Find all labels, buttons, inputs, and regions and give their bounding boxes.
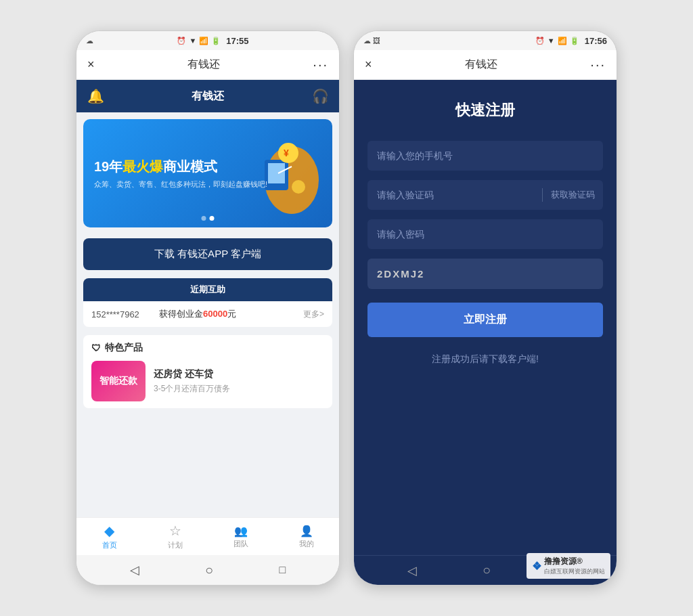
- download-button[interactable]: 下载 有钱还APP 客户端: [83, 238, 332, 270]
- right-signal-icon: 📶: [558, 37, 567, 45]
- left-wifi-icon: ▼: [189, 37, 196, 45]
- code-group: 获取验证码: [367, 180, 603, 210]
- right-phone: ☁ 🖼 ⏰ ▼ 📶 🔋 17:56 × 有钱还 ··· 快速注册 获取验证码: [353, 30, 617, 586]
- register-title: 快速注册: [367, 100, 603, 120]
- get-code-button[interactable]: 获取验证码: [543, 189, 603, 201]
- phone-input[interactable]: [367, 141, 603, 171]
- nav-item-plan[interactable]: ☆ 计划: [142, 523, 208, 550]
- dot-2: [210, 216, 215, 221]
- recent-more[interactable]: 更多>: [303, 309, 324, 320]
- right-home-gesture[interactable]: ○: [483, 563, 491, 578]
- features-title: 特色产品: [91, 342, 324, 354]
- recent-desc: 获得创业金60000元: [159, 308, 303, 320]
- left-app-header: 🔔 有钱还 🎧: [76, 80, 339, 112]
- banner-title: 19年最火爆商业模式: [94, 158, 267, 175]
- right-status-icons: ☁ 🖼: [363, 37, 380, 45]
- code-input[interactable]: [367, 180, 542, 210]
- nav-label-plan: 计划: [168, 540, 183, 550]
- left-more-icon[interactable]: ···: [313, 57, 328, 72]
- features-section: 特色产品 智能还款 还房贷 还车贷 3-5个月还清百万债务: [83, 335, 332, 408]
- watermark-logo: ❖: [532, 560, 541, 573]
- watermark: ❖ 撸撸资源® 白嫖互联网资源的网站: [527, 553, 610, 579]
- dot-1: [202, 216, 206, 221]
- banner-title-part2: 商业模式: [163, 159, 217, 174]
- recent-gesture[interactable]: □: [280, 564, 286, 576]
- phone-group: [367, 141, 603, 171]
- nav-label-team: 团队: [233, 539, 248, 549]
- recent-header: 近期互助: [83, 278, 332, 301]
- captcha-display: 2DXMJ2: [367, 259, 603, 289]
- feature-card[interactable]: 智能还款 还房贷 还车贷 3-5个月还清百万债务: [91, 361, 324, 401]
- recent-row: 152****7962 获得创业金60000元 更多>: [83, 301, 332, 327]
- left-battery-icon: 🔋: [211, 37, 221, 45]
- team-icon: 👥: [234, 525, 248, 537]
- right-nav-title: 有钱还: [465, 58, 497, 72]
- left-time: 17:55: [226, 36, 248, 46]
- watermark-sub: 白嫖互联网资源的网站: [544, 567, 605, 576]
- password-group: [367, 219, 603, 249]
- banner-subtitle: 众筹、卖货、寄售、红包多种玩法，即刻起盘赚钱吧!: [94, 179, 267, 190]
- nav-item-home[interactable]: ◆ 首页: [76, 523, 142, 550]
- password-input[interactable]: [367, 219, 603, 249]
- right-close-icon[interactable]: ×: [365, 58, 372, 72]
- home-gesture[interactable]: ○: [205, 563, 213, 578]
- right-more-icon[interactable]: ···: [590, 57, 606, 72]
- banner-title-part1: 19年: [94, 159, 122, 174]
- watermark-main: 撸撸资源®: [544, 556, 605, 567]
- right-status-bar: ☁ 🖼 ⏰ ▼ 📶 🔋 17:56: [354, 31, 617, 50]
- register-content: 快速注册 获取验证码 2DXMJ2 立即注册 注册成功后请下载客户端!: [354, 80, 617, 555]
- left-signal-icon: 📶: [199, 37, 208, 45]
- left-close-icon[interactable]: ×: [87, 58, 95, 72]
- feature-card-title: 还房贷 还车贷: [154, 368, 230, 380]
- left-nav-bar: × 有钱还 ···: [76, 50, 339, 80]
- register-note: 注册成功后请下载客户端!: [367, 353, 603, 366]
- home-icon: ◆: [104, 523, 114, 539]
- right-nav-bar: × 有钱还 ···: [354, 50, 617, 80]
- right-wifi-icon: ▼: [547, 37, 555, 45]
- nav-label-mine: 我的: [299, 539, 314, 549]
- banner: 19年最火爆商业模式 众筹、卖货、寄售、红包多种玩法，即刻起盘赚钱吧! ¥: [83, 119, 332, 227]
- left-phone: ☁ ⏰ ▼ 📶 🔋 17:55 × 有钱还 ··· 🔔 有钱还 🎧: [76, 30, 340, 586]
- headset-icon: 🎧: [312, 88, 328, 104]
- right-battery-icon: 🔋: [570, 37, 579, 45]
- recent-user: 152****7962: [91, 309, 159, 320]
- left-status-icons: ☁: [86, 37, 93, 45]
- bell-icon: 🔔: [87, 88, 104, 104]
- svg-rect-2: [268, 163, 285, 183]
- left-alarm-icon: ⏰: [177, 37, 186, 45]
- svg-point-6: [292, 180, 305, 194]
- back-gesture[interactable]: ◁: [130, 563, 139, 577]
- recent-section: 近期互助 152****7962 获得创业金60000元 更多>: [83, 278, 332, 327]
- svg-text:¥: ¥: [284, 148, 289, 158]
- banner-highlight: 最火爆: [122, 159, 163, 174]
- right-back-gesture[interactable]: ◁: [407, 563, 417, 578]
- watermark-text: 撸撸资源® 白嫖互联网资源的网站: [544, 556, 605, 576]
- right-alarm-icon: ⏰: [535, 37, 545, 45]
- feature-card-subtitle: 3-5个月还清百万债务: [154, 383, 230, 395]
- right-time: 17:56: [585, 36, 607, 46]
- plan-icon: ☆: [169, 523, 181, 539]
- code-input-row: 获取验证码: [367, 180, 603, 210]
- banner-text: 19年最火爆商业模式 众筹、卖货、寄售、红包多种玩法，即刻起盘赚钱吧!: [94, 158, 267, 190]
- nav-item-mine[interactable]: 👤 我的: [273, 525, 339, 549]
- left-bottom-nav: ◆ 首页 ☆ 计划 👥 团队 👤 我的: [76, 517, 339, 555]
- left-gesture-bar: ◁ ○ □: [76, 555, 339, 585]
- left-status-bar: ☁ ⏰ ▼ 📶 🔋 17:55: [76, 31, 339, 50]
- register-button[interactable]: 立即注册: [367, 303, 603, 337]
- recent-amount: 60000: [203, 309, 227, 319]
- left-app-content: 🔔 有钱还 🎧 19年最火爆商业模式 众筹、卖货、寄售、红包多种玩法，即刻起盘赚…: [76, 80, 339, 517]
- mine-icon: 👤: [300, 525, 313, 537]
- captcha-group: 2DXMJ2: [367, 259, 603, 289]
- nav-item-team[interactable]: 👥 团队: [208, 525, 273, 549]
- nav-label-home: 首页: [102, 540, 117, 550]
- feature-thumb: 智能还款: [91, 361, 146, 401]
- left-nav-title: 有钱还: [187, 58, 220, 72]
- right-phone-wrapper: ☁ 🖼 ⏰ ▼ 📶 🔋 17:56 × 有钱还 ··· 快速注册 获取验证码: [353, 30, 617, 586]
- app-header-title: 有钱还: [104, 89, 312, 104]
- feature-info: 还房贷 还车贷 3-5个月还清百万债务: [154, 368, 230, 395]
- banner-dots: [202, 216, 215, 221]
